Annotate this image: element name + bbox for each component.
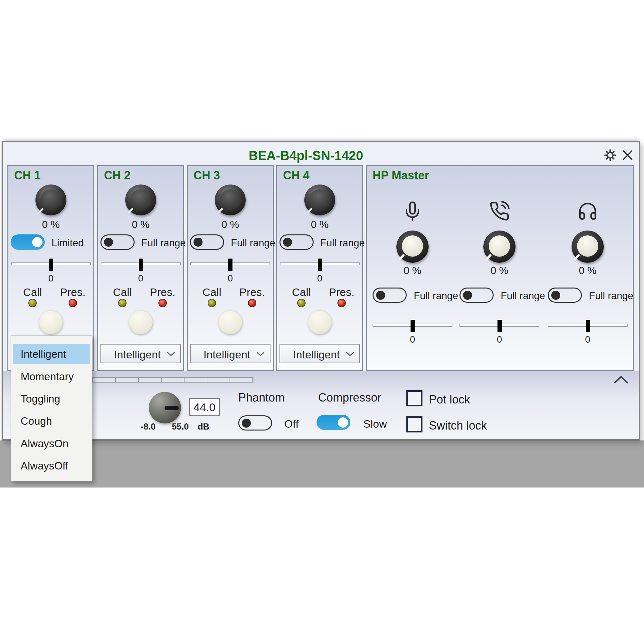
hp-level-knob[interactable] [483, 231, 516, 263]
knob-value: 0 % [188, 219, 273, 231]
trim-slider-handle[interactable] [139, 259, 143, 271]
hp-knob-value: 0 % [544, 265, 631, 277]
hp-range-toggle[interactable] [373, 288, 407, 303]
range-toggle-label: Limited [52, 237, 84, 249]
hp-level-knob[interactable] [572, 231, 604, 263]
compressor-toggle[interactable] [317, 415, 350, 430]
call-led [208, 299, 216, 307]
phantom-toggle[interactable] [238, 415, 272, 431]
switch-lock-checkbox[interactable] [406, 416, 422, 432]
talk-button[interactable] [39, 310, 63, 334]
presence-label: Pres. [57, 286, 89, 298]
talk-button[interactable] [129, 310, 153, 334]
settings-gear-icon[interactable] [604, 149, 616, 161]
chevron-down-icon [346, 352, 354, 357]
menu-item-alwayson[interactable]: AlwaysOn [13, 433, 90, 454]
call-led [28, 299, 37, 307]
range-toggle[interactable] [100, 234, 135, 250]
gain-knob[interactable] [215, 185, 246, 215]
range-toggle[interactable] [190, 234, 224, 250]
chevron-down-icon [256, 352, 265, 357]
channel-strip-3: CH 3 0 % Full range 0 Call Pres. Intelli… [187, 165, 274, 371]
hp-slider-value: 0 [544, 334, 631, 345]
range-toggle[interactable] [279, 234, 314, 250]
mode-dropdown[interactable]: Intelligent [279, 344, 360, 363]
call-label: Call [106, 286, 138, 298]
presence-led [69, 299, 77, 307]
call-led [297, 299, 306, 307]
pot-lock-checkbox[interactable] [406, 390, 422, 406]
hp-range-toggle[interactable] [548, 288, 582, 303]
trim-value: 0 [188, 273, 273, 284]
trim-slider-handle[interactable] [49, 259, 53, 271]
menu-item-toggling[interactable]: Toggling [13, 389, 90, 409]
hp-slider-handle[interactable] [497, 320, 502, 332]
call-label: Call [16, 286, 49, 298]
gain-min-label: -8.0 [132, 422, 164, 432]
pot-lock-label: Pot lock [429, 393, 470, 406]
phantom-state-label: Off [272, 418, 311, 430]
call-led [118, 299, 127, 307]
mode-dropdown-value: Intelligent [204, 348, 251, 361]
call-label: Call [196, 286, 228, 298]
phone-icon [489, 201, 510, 222]
mode-dropdown-value: Intelligent [114, 348, 161, 361]
hp-slider-handle[interactable] [411, 320, 415, 332]
trim-value: 0 [98, 273, 183, 284]
mode-dropdown[interactable]: Intelligent [100, 344, 181, 363]
hp-level-knob[interactable] [396, 231, 429, 263]
range-toggle[interactable] [11, 234, 45, 250]
range-toggle-label: Full range [320, 237, 365, 249]
knob-value: 0 % [277, 219, 362, 231]
close-icon[interactable] [621, 149, 634, 161]
hp-range-toggle-label: Full range [589, 290, 633, 302]
trim-slider-handle[interactable] [228, 259, 232, 271]
gain-value-field[interactable]: 44.0 [189, 398, 220, 416]
hp-column-mic: 0 % Full range 0 [369, 166, 456, 370]
headphones-icon [577, 201, 598, 222]
hp-range-toggle-label: Full range [414, 290, 458, 302]
presence-label: Pres. [147, 286, 179, 298]
talk-button[interactable] [218, 310, 242, 334]
level-meter [92, 377, 253, 383]
gain-unit-label: dB [187, 422, 220, 432]
collapse-chevron-icon[interactable] [613, 375, 629, 384]
talk-button[interactable] [308, 310, 332, 334]
switch-lock-label: Switch lock [429, 419, 487, 432]
mode-dropdown[interactable]: Intelligent [190, 344, 270, 363]
hp-knob-value: 0 % [369, 265, 456, 277]
gain-knob[interactable] [304, 185, 335, 215]
knob-value: 0 % [8, 219, 93, 231]
menu-item-momentary[interactable]: Momentary [13, 366, 90, 387]
presence-label: Pres. [236, 286, 268, 298]
trim-value: 0 [8, 273, 93, 284]
channel-title: CH 4 [283, 169, 309, 182]
mode-dropdown-value: Intelligent [293, 348, 340, 361]
window-title: BEA-B4pl-SN-1420 [129, 148, 483, 163]
channel-title: CH 3 [194, 169, 220, 182]
desktop-band [0, 440, 644, 488]
hp-column-headphones: 0 % Full range 0 [544, 166, 631, 370]
presence-led [158, 299, 167, 307]
menu-item-intelligent[interactable]: Intelligent [13, 344, 90, 364]
menu-item-cough[interactable]: Cough [13, 411, 90, 431]
compressor-label: Compressor [309, 391, 390, 404]
gain-knob[interactable] [35, 185, 66, 215]
knob-value: 0 % [98, 219, 183, 231]
presence-label: Pres. [326, 286, 358, 298]
trim-slider-handle[interactable] [318, 259, 322, 271]
hp-slider-handle[interactable] [586, 320, 590, 332]
hp-column-phone: 0 % Full range 0 [456, 166, 543, 370]
channel-strip-4: CH 4 0 % Full range 0 Call Pres. Intelli… [276, 165, 363, 371]
hp-range-toggle-label: Full range [501, 290, 545, 302]
range-toggle-label: Full range [231, 237, 275, 249]
trim-value: 0 [277, 273, 362, 284]
phantom-label: Phantom [229, 391, 294, 404]
mic-gain-knob[interactable] [149, 392, 181, 423]
gain-knob[interactable] [125, 185, 156, 215]
menu-item-alwaysoff[interactable]: AlwaysOff [13, 456, 90, 476]
presence-led [337, 299, 346, 307]
hp-knob-value: 0 % [456, 265, 543, 277]
hp-range-toggle[interactable] [459, 288, 494, 303]
compressor-state-label: Slow [356, 418, 394, 430]
